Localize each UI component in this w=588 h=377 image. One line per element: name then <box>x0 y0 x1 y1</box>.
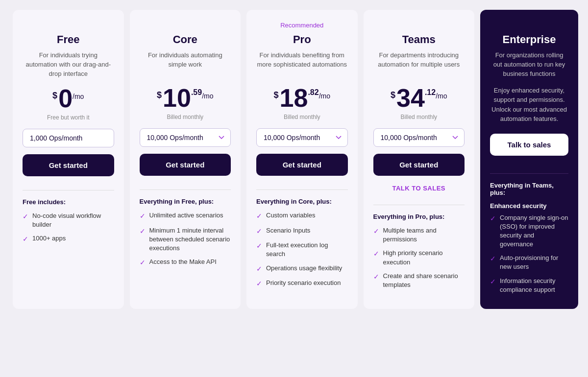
plan-card-pro: Recommended Pro For individuals benefiti… <box>246 10 358 309</box>
check-icon: ✓ <box>256 212 262 221</box>
check-icon: ✓ <box>490 254 496 264</box>
feature-item: ✓ Scenario Inputs <box>256 226 348 236</box>
feature-list-free: ✓ No-code visual workflow builder ✓ 1000… <box>23 212 114 244</box>
check-icon: ✓ <box>373 249 379 259</box>
feature-item: ✓ Minimum 1 minute interval between sche… <box>140 226 231 253</box>
price-mo-pro: /mo <box>319 92 330 100</box>
billing-note-pro: Billed monthly <box>256 114 348 121</box>
check-icon: ✓ <box>23 235 28 244</box>
price-row-free: $ 0 /mo <box>23 86 114 111</box>
feature-list-enterprise: ✓ Company single sign-on (SSO) for impro… <box>490 213 568 295</box>
price-row-teams: $ 34 .12 /mo <box>373 85 465 111</box>
plan-desc-enterprise: For organizations rolling out automation… <box>490 51 568 79</box>
price-sup-pro: .82 <box>308 88 318 97</box>
check-icon: ✓ <box>256 264 262 274</box>
enterprise-body-text: Enjoy enhanced security, support and per… <box>490 86 568 124</box>
feature-item: ✓ High priority scenario execution <box>373 249 465 266</box>
plan-card-core: Core For individuals automating simple w… <box>130 10 241 309</box>
check-icon: ✓ <box>490 214 496 224</box>
feature-item: ✓ Operations usage flexibility <box>256 264 348 274</box>
get-started-pro[interactable]: Get started <box>256 154 348 176</box>
plan-name-enterprise: Enterprise <box>490 33 568 46</box>
check-icon: ✓ <box>140 258 146 268</box>
plan-name-teams: Teams <box>373 33 465 46</box>
check-icon: ✓ <box>490 277 496 287</box>
feature-item: ✓ Create and share scenario templates <box>373 272 465 289</box>
price-main-free: 0 <box>58 86 73 111</box>
plan-name-free: Free <box>23 33 114 46</box>
price-row-pro: $ 18 .82 /mo <box>256 85 348 111</box>
recommended-badge-teams <box>373 22 465 30</box>
feature-list-pro: ✓ Custom variables ✓ Scenario Inputs ✓ F… <box>256 211 348 289</box>
price-row-core: $ 10 .59 /mo <box>140 85 231 111</box>
recommended-badge-free <box>23 22 114 30</box>
price-mo-core: /mo <box>202 92 213 100</box>
billing-note-free: Free but worth it <box>23 114 114 122</box>
ops-select-pro[interactable]: 10,000 Ops/month 25,000 Ops/month 50,000… <box>256 128 348 147</box>
price-sup-core: .59 <box>191 88 202 97</box>
enterprise-sub-heading: Enhanced security <box>490 202 568 210</box>
plan-desc-core: For individuals automating simple work <box>140 51 231 78</box>
plan-name-core: Core <box>140 33 231 46</box>
billing-note-teams: Billed monthly <box>373 114 465 121</box>
includes-heading-core: Everything in Free, plus: <box>140 198 231 205</box>
talk-to-sales-enterprise-btn[interactable]: Talk to sales <box>490 134 568 156</box>
feature-item: ✓ Unlimited active scenarios <box>140 211 231 221</box>
divider-core <box>140 189 231 190</box>
feature-item: ✓ Custom variables <box>256 211 348 221</box>
feature-item: ✓ Priority scenario execution <box>256 279 348 289</box>
plan-desc-pro: For individuals benefiting from more sop… <box>256 51 348 78</box>
get-started-free[interactable]: Get started <box>23 154 114 176</box>
includes-heading-pro: Everything in Core, plus: <box>256 198 348 205</box>
feature-item: ✓ Access to the Make API <box>140 258 231 268</box>
divider-enterprise <box>490 173 568 174</box>
plan-desc-teams: For departments introducing automation f… <box>373 51 465 78</box>
price-sup-teams: .12 <box>425 88 436 97</box>
check-icon: ✓ <box>373 272 379 282</box>
feature-item: ✓ Auto-provisioning for new users <box>490 254 568 271</box>
feature-item: ✓ Company single sign-on (SSO) for impro… <box>490 213 568 249</box>
plan-desc-free: For individuals trying automation with o… <box>23 51 114 79</box>
check-icon: ✓ <box>256 279 262 289</box>
pricing-container: Free For individuals trying automation w… <box>10 10 578 309</box>
feature-item: ✓ 1000+ apps <box>23 234 114 244</box>
get-started-teams[interactable]: Get started <box>373 154 465 176</box>
ops-static-free: 1,000 Ops/month <box>23 129 114 147</box>
price-dollar-teams: $ <box>391 90 395 100</box>
price-mo-teams: /mo <box>436 92 447 100</box>
check-icon: ✓ <box>140 227 146 236</box>
divider-teams <box>373 205 465 205</box>
divider-free <box>23 190 114 190</box>
ops-select-teams[interactable]: 10,000 Ops/month 25,000 Ops/month 50,000… <box>373 128 465 147</box>
check-icon: ✓ <box>23 212 28 222</box>
talk-to-sales-teams[interactable]: TALK TO SALES <box>373 181 465 196</box>
price-mo-free: /mo <box>73 93 84 100</box>
recommended-badge-pro: Recommended <box>256 22 348 30</box>
divider-pro <box>256 189 348 190</box>
ops-select-core[interactable]: 10,000 Ops/month 25,000 Ops/month 50,000… <box>140 128 231 147</box>
feature-list-teams: ✓ Multiple teams and permissions ✓ High … <box>373 226 465 289</box>
price-main-pro: 18 <box>280 85 308 111</box>
plan-card-free: Free For individuals trying automation w… <box>13 10 124 309</box>
get-started-core[interactable]: Get started <box>140 154 231 176</box>
plan-card-enterprise: Enterprise For organizations rolling out… <box>480 10 578 309</box>
price-main-core: 10 <box>163 85 191 111</box>
feature-item: ✓ No-code visual workflow builder <box>23 212 114 229</box>
check-icon: ✓ <box>140 212 146 221</box>
check-icon: ✓ <box>256 241 262 251</box>
check-icon: ✓ <box>256 227 262 236</box>
includes-heading-free: Free includes: <box>23 198 114 206</box>
feature-item: ✓ Information security compliance suppor… <box>490 277 568 294</box>
price-main-teams: 34 <box>396 85 425 111</box>
price-dollar-free: $ <box>52 91 57 101</box>
includes-heading-teams: Everything in Pro, plus: <box>373 213 465 220</box>
feature-item: ✓ Multiple teams and permissions <box>373 226 465 244</box>
billing-note-core: Billed monthly <box>140 114 231 121</box>
recommended-badge-enterprise <box>490 22 568 30</box>
price-dollar-pro: $ <box>274 90 279 100</box>
feature-item: ✓ Full-text execution log search <box>256 241 348 259</box>
check-icon: ✓ <box>373 227 379 236</box>
plan-name-pro: Pro <box>256 33 348 46</box>
recommended-badge-core <box>140 22 231 30</box>
plan-card-teams: Teams For departments introducing automa… <box>364 10 475 309</box>
